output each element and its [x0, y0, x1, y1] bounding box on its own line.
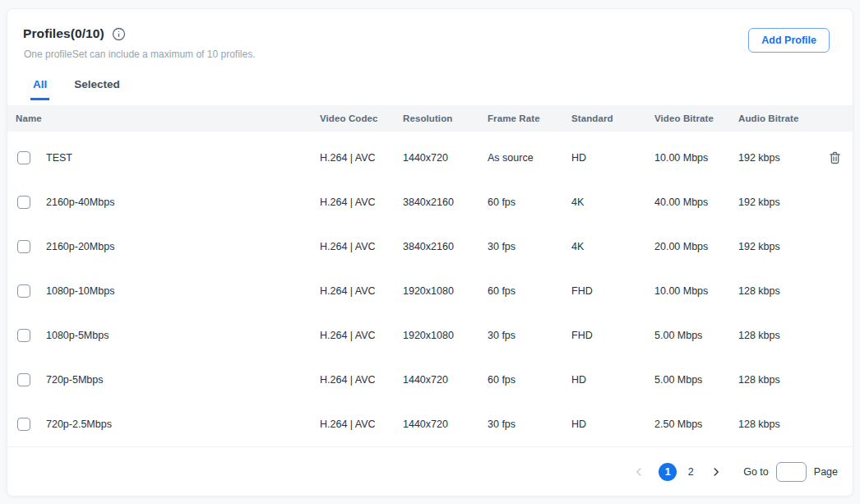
column-header-frame-rate: Frame Rate — [488, 113, 571, 123]
prev-page-icon[interactable] — [633, 466, 645, 478]
cell-standard: FHD — [571, 330, 654, 341]
info-icon[interactable] — [112, 27, 126, 41]
profiles-panel: Profiles(0/10) Add Profile One profileSe… — [7, 8, 853, 497]
row-checkbox[interactable] — [17, 240, 30, 253]
cell-standard: 4K — [571, 197, 654, 208]
table-row: 720p-2.5Mbps H.264 | AVC 1440x720 30 fps… — [7, 402, 853, 446]
cell-video-bitrate: 10.00 Mbps — [654, 152, 738, 164]
cell-name: 1080p-5Mbps — [46, 330, 109, 341]
cell-frame-rate: 60 fps — [488, 197, 571, 208]
cell-name: 720p-2.5Mbps — [46, 418, 112, 430]
cell-resolution: 1440x720 — [403, 152, 488, 164]
cell-resolution: 1920x1080 — [403, 285, 488, 297]
row-checkbox[interactable] — [17, 329, 30, 342]
cell-video-codec: H.264 | AVC — [320, 197, 403, 208]
row-checkbox[interactable] — [17, 151, 30, 164]
cell-audio-bitrate: 192 kbps — [738, 241, 821, 252]
cell-audio-bitrate: 192 kbps — [738, 152, 821, 164]
cell-audio-bitrate: 128 kbps — [738, 330, 821, 341]
page-label: Page — [814, 466, 838, 478]
cell-frame-rate: 60 fps — [488, 285, 571, 297]
cell-name: 1080p-10Mbps — [46, 285, 114, 297]
table-header: Name Video Codec Resolution Frame Rate S… — [7, 105, 853, 132]
trash-icon — [828, 150, 842, 165]
panel-subtitle: One profileSet can include a maximum of … — [24, 49, 836, 60]
cell-standard: FHD — [571, 285, 654, 297]
cell-standard: 4K — [571, 241, 654, 252]
cell-standard: HD — [571, 152, 654, 164]
cell-video-codec: H.264 | AVC — [320, 418, 403, 430]
cell-resolution: 1920x1080 — [403, 330, 488, 341]
table-row: 2160p-20Mbps H.264 | AVC 3840x2160 30 fp… — [7, 224, 853, 269]
cell-name: 720p-5Mbps — [46, 374, 104, 386]
table-row: 1080p-5Mbps H.264 | AVC 1920x1080 30 fps… — [7, 313, 853, 358]
cell-resolution: 1440x720 — [403, 418, 488, 430]
cell-frame-rate: 30 fps — [488, 330, 571, 341]
cell-video-codec: H.264 | AVC — [320, 152, 403, 164]
tab-selected[interactable]: Selected — [72, 78, 123, 100]
cell-name: TEST — [46, 152, 72, 164]
page-title: Profiles(0/10) — [23, 26, 104, 41]
table-row: 720p-5Mbps H.264 | AVC 1440x720 60 fps H… — [7, 358, 853, 402]
cell-resolution: 1440x720 — [403, 374, 488, 386]
cell-frame-rate: 30 fps — [488, 418, 571, 430]
column-header-name: Name — [16, 113, 320, 123]
cell-standard: HD — [571, 374, 654, 386]
tab-bar: All Selected — [30, 78, 836, 100]
next-page-icon[interactable] — [710, 466, 722, 478]
row-checkbox[interactable] — [17, 373, 30, 386]
delete-button[interactable] — [828, 150, 842, 165]
cell-audio-bitrate: 128 kbps — [738, 374, 821, 386]
cell-resolution: 3840x2160 — [403, 241, 488, 252]
cell-audio-bitrate: 128 kbps — [738, 418, 821, 430]
cell-frame-rate: 60 fps — [488, 374, 571, 386]
tab-all[interactable]: All — [30, 78, 49, 100]
cell-frame-rate: As source — [488, 152, 571, 164]
cell-video-bitrate: 2.50 Mbps — [654, 418, 738, 430]
cell-video-codec: H.264 | AVC — [320, 374, 403, 386]
column-header-standard: Standard — [571, 113, 654, 123]
column-header-audio-bitrate: Audio Bitrate — [738, 113, 821, 123]
panel-header: Profiles(0/10) Add Profile One profileSe… — [7, 9, 853, 100]
table-row: 1080p-10Mbps H.264 | AVC 1920x1080 60 fp… — [7, 269, 853, 313]
cell-audio-bitrate: 128 kbps — [738, 285, 821, 297]
cell-video-bitrate: 5.00 Mbps — [654, 374, 738, 386]
table-body: TEST H.264 | AVC 1440x720 As source HD 1… — [7, 132, 853, 446]
cell-video-bitrate: 20.00 Mbps — [654, 241, 738, 252]
cell-video-bitrate: 5.00 Mbps — [654, 330, 738, 341]
cell-resolution: 3840x2160 — [403, 197, 488, 208]
cell-audio-bitrate: 192 kbps — [738, 197, 821, 208]
table-row: 2160p-40Mbps H.264 | AVC 3840x2160 60 fp… — [7, 180, 853, 224]
goto-label: Go to — [743, 466, 769, 478]
row-checkbox[interactable] — [17, 196, 30, 209]
cell-video-bitrate: 10.00 Mbps — [654, 285, 738, 297]
cell-video-codec: H.264 | AVC — [320, 330, 403, 341]
cell-video-codec: H.264 | AVC — [320, 285, 403, 297]
row-checkbox[interactable] — [17, 284, 30, 298]
column-header-resolution: Resolution — [403, 113, 488, 123]
cell-name: 2160p-20Mbps — [46, 241, 114, 252]
cell-frame-rate: 30 fps — [488, 241, 571, 252]
goto-page-input[interactable] — [776, 462, 807, 482]
add-profile-button[interactable]: Add Profile — [748, 28, 830, 53]
cell-video-codec: H.264 | AVC — [320, 241, 403, 252]
table-row: TEST H.264 | AVC 1440x720 As source HD 1… — [7, 136, 853, 180]
column-header-video-codec: Video Codec — [320, 113, 403, 123]
column-header-video-bitrate: Video Bitrate — [654, 113, 738, 123]
row-checkbox[interactable] — [17, 418, 30, 431]
cell-name: 2160p-40Mbps — [46, 197, 114, 208]
page-button-2[interactable]: 2 — [682, 463, 700, 481]
cell-standard: HD — [571, 418, 654, 430]
page-button-1[interactable]: 1 — [659, 463, 677, 481]
pagination: 1 2 Go to Page — [7, 446, 853, 496]
cell-video-bitrate: 40.00 Mbps — [654, 197, 738, 208]
